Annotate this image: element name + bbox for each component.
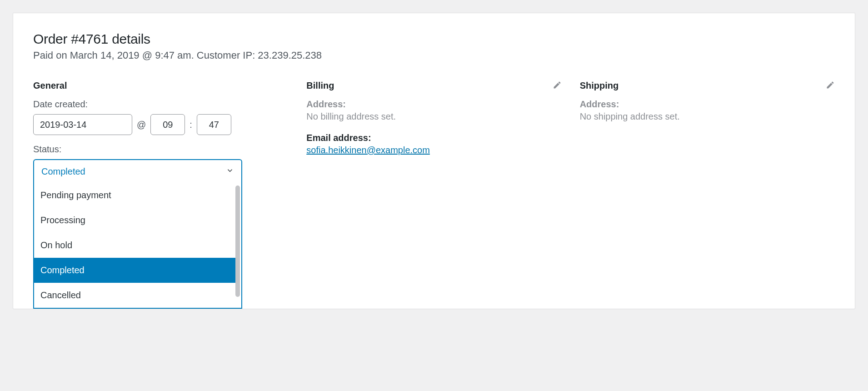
order-details-panel: Order #4761 details Paid on March 14, 20… [13, 13, 855, 309]
billing-address-value: No billing address set. [306, 111, 561, 122]
status-select[interactable]: Completed [33, 159, 242, 183]
status-wrap: Completed Pending payment Processing On … [33, 159, 288, 309]
status-option-pending[interactable]: Pending payment [34, 183, 237, 208]
general-heading: General [33, 80, 288, 91]
at-separator: @ [137, 120, 146, 130]
billing-email-label: Email address: [306, 133, 561, 143]
shipping-column: Shipping Address: No shipping address se… [580, 80, 835, 309]
billing-column: Billing Address: No billing address set.… [306, 80, 561, 309]
order-subtitle: Paid on March 14, 2019 @ 9:47 am. Custom… [33, 50, 835, 61]
billing-address-label: Address: [306, 99, 561, 110]
edit-billing-button[interactable] [553, 80, 562, 91]
status-label: Status: [33, 144, 288, 155]
dropdown-scrollbar[interactable] [235, 185, 240, 297]
edit-shipping-button[interactable] [826, 80, 835, 91]
order-title: Order #4761 details [33, 31, 835, 47]
status-selected-value: Completed [41, 166, 226, 177]
date-created-row: @ : [33, 114, 288, 135]
chevron-down-icon [226, 166, 234, 176]
pencil-icon [553, 80, 562, 90]
billing-email-link[interactable]: sofia.heikkinen@example.com [306, 145, 430, 155]
shipping-address-value: No shipping address set. [580, 111, 835, 122]
date-input[interactable] [33, 114, 132, 135]
pencil-icon [826, 80, 835, 90]
status-option-cancelled[interactable]: Cancelled [34, 283, 237, 308]
status-option-processing[interactable]: Processing [34, 208, 237, 233]
columns: General Date created: @ : Status: Comple… [33, 80, 835, 309]
date-created-label: Date created: [33, 99, 288, 110]
status-option-completed[interactable]: Completed [34, 258, 237, 283]
hour-input[interactable] [150, 114, 185, 135]
status-option-on-hold[interactable]: On hold [34, 233, 237, 258]
status-dropdown: Pending payment Processing On hold Compl… [33, 183, 242, 309]
minute-input[interactable] [197, 114, 231, 135]
shipping-address-label: Address: [580, 99, 835, 110]
general-column: General Date created: @ : Status: Comple… [33, 80, 288, 309]
colon-separator: : [190, 120, 192, 130]
shipping-heading: Shipping [580, 80, 835, 91]
billing-heading: Billing [306, 80, 561, 91]
